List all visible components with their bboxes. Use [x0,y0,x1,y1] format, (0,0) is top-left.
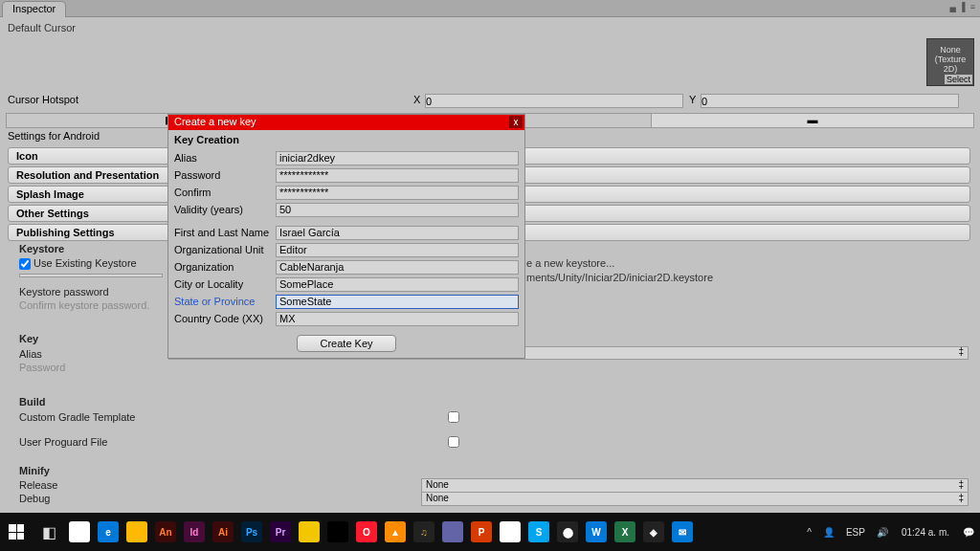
city-input[interactable] [276,277,519,292]
minify-debug-dropdown[interactable]: None [421,492,969,506]
taskbar-app-10[interactable]: O [352,513,381,551]
taskbar-app-icon-12: ♫ [413,521,434,542]
taskbar-app-4[interactable]: Id [180,513,209,551]
taskbar-clock[interactable]: 01:24 a. m. [894,527,957,538]
dialog-close-icon[interactable]: x [509,116,523,128]
taskbar-app-icon-9 [327,521,348,542]
tray-notifications-icon[interactable]: 💬 [957,527,980,538]
cursor-texture-slot[interactable]: None (Texture 2D) Select [926,38,974,86]
name-label: First and Last Name [168,227,276,238]
password-label: Password [168,169,276,181]
password-input[interactable] [276,168,519,183]
alias-label: Alias [168,152,276,164]
hotspot-y-input[interactable] [701,94,959,108]
taskbar-app-icon-21: ✉ [672,521,693,542]
taskbar-app-icon-17: ⬤ [557,521,578,542]
taskbar-app-icon-19: X [614,521,635,542]
taskbar-app-icon-1: e [98,521,119,542]
minify-header: Minify [19,465,50,476]
settings-for-android-label: Settings for Android [8,130,100,142]
state-input[interactable] [276,295,519,309]
keystore-password-label: Keystore password [19,286,109,298]
taskbar-app-0[interactable] [65,513,94,551]
hotspot-x-input[interactable] [425,94,683,108]
validity-input[interactable] [276,203,519,217]
hotspot-y-label: Y [689,94,696,105]
tray-people-icon[interactable]: 👤 [817,527,840,538]
windows-taskbar: ◧ eAnIdAiPsPrO▲♫PS⬤WX◈✉ ^ 👤 ESP 🔊 01:24 … [0,513,980,551]
start-button[interactable] [0,513,33,551]
taskbar-app-3[interactable]: An [151,513,180,551]
tray-volume-icon[interactable]: 🔊 [871,527,894,538]
taskbar-app-icon-7: Pr [270,521,291,542]
taskbar-app-8[interactable] [295,513,323,551]
ou-input[interactable] [276,243,519,257]
org-label: Organization [168,261,276,273]
country-input[interactable] [276,312,519,326]
confirm-input[interactable] [276,186,519,200]
taskbar-app-19[interactable]: X [611,513,639,551]
ou-label: Organizational Unit [168,244,276,255]
tray-language-icon[interactable]: ESP [840,527,871,538]
taskbar-app-icon-3: An [155,521,176,542]
taskbar-app-16[interactable]: S [524,513,553,551]
taskbar-app-icon-0 [69,521,90,542]
minify-release-label: Release [19,479,57,491]
create-key-dialog: Create a new key x Key Creation Alias Pa… [168,115,524,358]
keystore-browse-hint: e a new keystore... [526,257,614,269]
taskview-icon[interactable]: ◧ [33,513,65,551]
taskbar-app-icon-6: Ps [241,521,262,542]
taskbar-app-15[interactable] [496,513,524,551]
taskbar-app-20[interactable]: ◈ [639,513,668,551]
taskbar-app-icon-2 [126,521,147,542]
keystore-confirm-label: Confirm keystore password. [19,299,149,311]
taskbar-app-11[interactable]: ▲ [381,513,410,551]
confirm-label: Confirm [168,187,276,198]
hotspot-x-label: X [413,94,420,105]
tray-up-icon[interactable]: ^ [801,527,817,538]
dialog-section-label: Key Creation [168,130,524,149]
minify-debug-label: Debug [19,493,50,504]
gradle-template-label: Custom Gradle Template [19,411,135,423]
taskbar-app-icon-11: ▲ [385,521,406,542]
panel-menu-icon[interactable]: ▄ ▌≡ [949,2,977,11]
taskbar-app-6[interactable]: Ps [237,513,266,551]
minify-release-dropdown[interactable]: None [421,478,969,493]
use-existing-keystore-label: Use Existing Keystore [33,257,137,269]
inspector-tab-label: Inspector [12,3,56,14]
taskbar-app-icon-15 [500,521,521,542]
key-password-label: Password [19,362,65,373]
device-landscape-icon[interactable]: ▬ [652,114,973,127]
city-label: City or Locality [168,278,276,290]
create-key-button[interactable]: Create Key [297,335,396,352]
use-existing-keystore-checkbox[interactable] [19,258,31,270]
keystore-path-field[interactable] [19,274,163,277]
dialog-title: Create a new key [174,116,256,127]
taskbar-app-12[interactable]: ♫ [410,513,438,551]
validity-label: Validity (years) [168,204,276,215]
taskbar-app-21[interactable]: ✉ [668,513,697,551]
gradle-template-checkbox[interactable] [448,411,459,423]
inspector-tab[interactable]: Inspector [2,1,66,17]
name-input[interactable] [276,226,519,240]
taskbar-app-icon-10: O [356,521,377,542]
proguard-checkbox[interactable] [448,436,459,448]
taskbar-app-icon-5: Ai [212,521,234,542]
taskbar-app-7[interactable]: Pr [266,513,295,551]
cursor-texture-select[interactable]: Select [944,74,973,85]
taskbar-app-9[interactable] [323,513,352,551]
cursor-hotspot-label: Cursor Hotspot [0,94,78,105]
taskbar-app-13[interactable] [438,513,467,551]
taskbar-app-14[interactable]: P [467,513,496,551]
taskbar-app-17[interactable]: ⬤ [553,513,582,551]
taskbar-app-icon-16: S [528,521,549,542]
keystore-path-tail: ments/Unity/Iniciar2D/iniciar2D.keystore [526,272,713,283]
taskbar-app-18[interactable]: W [582,513,611,551]
proguard-label: User Proguard File [19,436,107,448]
org-input[interactable] [276,260,519,275]
taskbar-app-2[interactable] [122,513,151,551]
taskbar-app-1[interactable]: e [94,513,122,551]
taskbar-app-icon-18: W [586,521,607,542]
alias-input[interactable] [276,151,519,165]
taskbar-app-5[interactable]: Ai [209,513,237,551]
